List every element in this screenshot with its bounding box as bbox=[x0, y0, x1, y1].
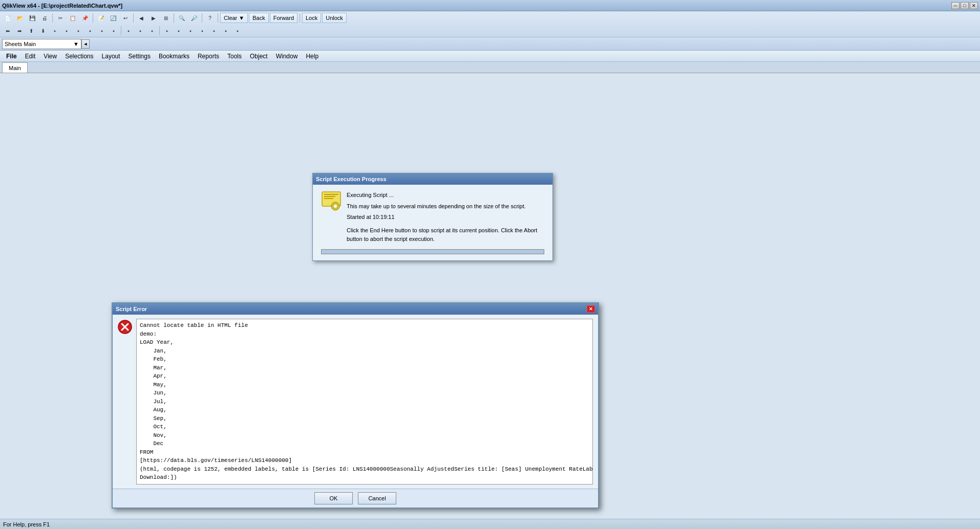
tab-main[interactable]: Main bbox=[2, 62, 28, 73]
svg-rect-3 bbox=[324, 198, 333, 199]
tb2-btn19[interactable]: ▪ bbox=[220, 26, 231, 36]
sheet-nav-prev[interactable]: ◄ bbox=[81, 39, 90, 49]
error-close-button[interactable]: ✕ bbox=[587, 305, 595, 313]
toolbar-row1: 📄 📂 💾 🖨 ✂ 📋 📌 📝 🔄 ↩ ◀ ▶ ⊞ 🔍 🔎 ? Clear bbox=[0, 11, 980, 25]
save-btn[interactable]: 💾 bbox=[27, 13, 38, 23]
new-btn[interactable]: 📄 bbox=[2, 13, 13, 23]
tb2-btn5[interactable]: ▪ bbox=[49, 26, 60, 36]
back-label: Back bbox=[252, 15, 265, 21]
toolbar-area: 📄 📂 💾 🖨 ✂ 📋 📌 📝 🔄 ↩ ◀ ▶ ⊞ 🔍 🔎 ? Clear bbox=[0, 11, 980, 37]
lock-btn[interactable]: Lock bbox=[302, 13, 321, 23]
tb2-btn9[interactable]: ▪ bbox=[96, 26, 108, 36]
tb2-btn15[interactable]: ▪ bbox=[173, 26, 184, 36]
status-bar: For Help, press F1 bbox=[0, 519, 980, 529]
tb2-btn8[interactable]: ▪ bbox=[84, 26, 96, 36]
menu-bar: File Edit View Selections Layout Setting… bbox=[0, 51, 980, 62]
menu-view[interactable]: View bbox=[39, 51, 61, 61]
error-text-content: Cannot locate table in HTML file demo: L… bbox=[136, 319, 593, 484]
tb2-btn11[interactable]: ▪ bbox=[123, 26, 134, 36]
tb2-btn16[interactable]: ▪ bbox=[185, 26, 196, 36]
menu-settings[interactable]: Settings bbox=[124, 51, 155, 61]
svg-point-5 bbox=[334, 205, 337, 208]
cut-btn[interactable]: ✂ bbox=[55, 13, 66, 23]
tb2-btn6[interactable]: ▪ bbox=[61, 26, 72, 36]
menu-window[interactable]: Window bbox=[272, 51, 302, 61]
activate-sheet-btn[interactable]: ⊞ bbox=[160, 13, 172, 23]
error-dialog-title: Script Error bbox=[116, 306, 147, 312]
tb2-btn7[interactable]: ▪ bbox=[73, 26, 84, 36]
error-ok-button[interactable]: OK bbox=[314, 492, 353, 504]
exec-dialog-titlebar: Script Execution Progress bbox=[313, 173, 552, 185]
tb2-btn10[interactable]: ▪ bbox=[108, 26, 119, 36]
menu-edit[interactable]: Edit bbox=[21, 51, 40, 61]
tb2-btn18[interactable]: ▪ bbox=[208, 26, 220, 36]
tb2-btn12[interactable]: ▪ bbox=[135, 26, 146, 36]
menu-file[interactable]: File bbox=[2, 51, 21, 61]
menu-help[interactable]: Help bbox=[302, 51, 323, 61]
svg-rect-2 bbox=[324, 196, 335, 197]
print-btn[interactable]: 🖨 bbox=[39, 13, 50, 23]
toolbar-row2: ⬅ ➡ ⬆ ⬇ ▪ ▪ ▪ ▪ ▪ ▪ ▪ ▪ ▪ ▪ ▪ ▪ ▪ ▪ ▪ ▪ bbox=[0, 25, 980, 37]
sep4 bbox=[174, 13, 174, 23]
clear-arrow: ▼ bbox=[239, 15, 244, 21]
tb2-btn2[interactable]: ➡ bbox=[14, 26, 25, 36]
exec-line4: Click the End Here button to stop script… bbox=[347, 226, 537, 235]
exec-line5: button to abort the script execution. bbox=[347, 235, 537, 244]
partial-reload-btn[interactable]: ↩ bbox=[120, 13, 131, 23]
sep9 bbox=[159, 26, 160, 35]
main-window: QlikView x64 - [E:\projectRelated\Chart.… bbox=[0, 0, 980, 529]
sep7 bbox=[300, 13, 300, 23]
menu-reports[interactable]: Reports bbox=[194, 51, 223, 61]
sep3 bbox=[133, 13, 134, 23]
open-btn[interactable]: 📂 bbox=[14, 13, 26, 23]
sep2 bbox=[93, 13, 93, 23]
title-bar-text: QlikView x64 - [E:\projectRelated\Chart.… bbox=[2, 3, 122, 9]
clear-btn[interactable]: Clear ▼ bbox=[220, 13, 248, 23]
sheet-dropdown-arrow: ▼ bbox=[73, 41, 79, 47]
title-bar-buttons: ─ □ ✕ bbox=[951, 2, 978, 9]
prev-sheet-btn[interactable]: ◀ bbox=[136, 13, 147, 23]
clear-label: Clear bbox=[224, 15, 237, 21]
error-cancel-button[interactable]: Cancel bbox=[358, 492, 396, 504]
exec-dialog-row: Executing Script ... This may take up to… bbox=[321, 191, 544, 244]
menu-selections[interactable]: Selections bbox=[61, 51, 97, 61]
menu-tools[interactable]: Tools bbox=[223, 51, 246, 61]
exec-line2: This may take up to several minutes depe… bbox=[347, 202, 537, 211]
exec-progress-bar bbox=[321, 249, 544, 254]
zoom-out-btn[interactable]: 🔎 bbox=[188, 13, 200, 23]
help-btn[interactable]: ? bbox=[204, 13, 216, 23]
back-btn[interactable]: Back bbox=[249, 13, 268, 23]
next-sheet-btn[interactable]: ▶ bbox=[148, 13, 159, 23]
tb2-btn1[interactable]: ⬅ bbox=[2, 26, 13, 36]
content-area: Script Execution Progress bbox=[0, 73, 980, 529]
error-dialog: Script Error ✕ Cannot locate table in HT… bbox=[112, 302, 599, 509]
tb2-btn20[interactable]: ▪ bbox=[232, 26, 243, 36]
tb2-btn4[interactable]: ⬇ bbox=[37, 26, 49, 36]
tb2-btn14[interactable]: ▪ bbox=[161, 26, 173, 36]
reload-btn[interactable]: 🔄 bbox=[108, 13, 119, 23]
paste-btn[interactable]: 📌 bbox=[79, 13, 91, 23]
menu-bookmarks[interactable]: Bookmarks bbox=[155, 51, 194, 61]
copy-btn[interactable]: 📋 bbox=[67, 13, 78, 23]
error-icon bbox=[118, 320, 132, 334]
sheet-dropdown[interactable]: Sheets Main ▼ bbox=[2, 39, 81, 49]
sep5 bbox=[202, 13, 202, 23]
minimize-button[interactable]: ─ bbox=[951, 2, 960, 9]
forward-label: Forward bbox=[273, 15, 294, 21]
restore-button[interactable]: □ bbox=[961, 2, 969, 9]
sep8 bbox=[121, 26, 121, 35]
unlock-btn[interactable]: Unlock bbox=[322, 13, 347, 23]
lock-label: Lock bbox=[306, 15, 317, 21]
exec-dialog: Script Execution Progress bbox=[312, 173, 553, 261]
menu-layout[interactable]: Layout bbox=[98, 51, 124, 61]
zoom-in-btn[interactable]: 🔍 bbox=[176, 13, 187, 23]
exec-line1: Executing Script ... bbox=[347, 191, 537, 200]
tb2-btn17[interactable]: ▪ bbox=[197, 26, 208, 36]
sep1 bbox=[52, 13, 53, 23]
close-button[interactable]: ✕ bbox=[970, 2, 978, 9]
tb2-btn3[interactable]: ⬆ bbox=[26, 26, 37, 36]
tb2-btn13[interactable]: ▪ bbox=[146, 26, 158, 36]
edit-script-btn[interactable]: 📝 bbox=[95, 13, 106, 23]
forward-btn[interactable]: Forward bbox=[270, 13, 297, 23]
menu-object[interactable]: Object bbox=[246, 51, 272, 61]
